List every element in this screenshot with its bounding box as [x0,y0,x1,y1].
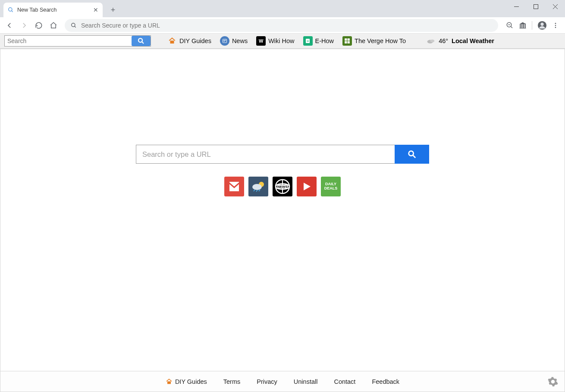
main-search-input[interactable] [136,145,395,164]
svg-rect-14 [525,23,526,28]
reload-button[interactable] [33,19,45,31]
footer-link-privacy[interactable]: Privacy [257,378,277,385]
svg-rect-28 [345,38,347,40]
svg-point-18 [540,22,543,25]
svg-point-34 [409,151,414,156]
settings-gear-icon[interactable] [547,376,559,387]
back-button[interactable] [3,19,16,31]
tile-video[interactable] [297,177,317,196]
search-icon [71,22,77,28]
omnibox-input[interactable] [81,22,492,29]
tab-title: New Tab Search [17,7,90,13]
svg-rect-24 [170,40,174,44]
main-search [136,145,429,164]
browser-toolbar [0,17,565,34]
svg-marker-49 [304,183,311,190]
menu-icon[interactable] [552,22,559,29]
ehow-icon: ≡ [303,36,313,46]
footer-link-uninstall[interactable]: Uninstall [294,378,318,385]
close-tab-icon[interactable]: ✕ [93,6,98,13]
separator [532,21,532,30]
svg-point-0 [9,8,12,11]
footer-link-label: Privacy [257,378,277,385]
footer-link-label: Terms [223,378,240,385]
svg-line-1 [12,11,13,12]
svg-line-41 [254,190,255,191]
footer-link-label: Feedback [372,378,399,385]
quick-tiles: NEWS DAILY DEALS [224,177,341,196]
footer-link-label: DIY Guides [175,378,207,385]
titlebar: New Tab Search ✕ + [0,0,565,17]
maximize-button[interactable] [526,0,546,13]
verge-icon [342,36,352,46]
svg-point-33 [430,40,434,43]
svg-line-9 [511,26,512,28]
footer-link-feedback[interactable]: Feedback [372,378,399,385]
extension-search-button[interactable] [132,36,151,46]
ext-link-label: News [232,37,248,44]
svg-line-35 [413,156,416,158]
weather-label: Local Weather [452,37,494,44]
footer-link-label: Contact [334,378,355,385]
minimize-button[interactable] [507,0,526,13]
svg-rect-37 [228,182,229,191]
tile-daily-deals[interactable]: DAILY DEALS [321,177,341,196]
ext-link-label: E-How [315,37,334,44]
footer-link-diy-guides[interactable]: DIY Guides [166,378,207,385]
svg-rect-38 [239,182,241,191]
svg-line-23 [142,42,144,44]
page-content: NEWS DAILY DEALS DIY Guides Terms Privac… [0,49,565,392]
svg-point-19 [555,23,556,24]
svg-rect-3 [534,4,538,9]
svg-rect-50 [167,381,171,384]
ext-link-diy-guides[interactable]: DIY Guides [167,36,211,46]
weather-temp: 46° [439,37,448,44]
footer: DIY Guides Terms Privacy Uninstall Conta… [0,371,565,392]
tile-news[interactable]: NEWS [273,177,292,196]
home-button[interactable] [47,19,60,31]
ext-link-wikihow[interactable]: W Wiki How [256,36,294,46]
svg-line-7 [75,26,76,27]
ext-link-verge[interactable]: The Verge How To [342,36,406,46]
browser-tab[interactable]: New Tab Search ✕ [3,3,103,17]
footer-link-label: Uninstall [294,378,318,385]
ext-link-news[interactable]: News [220,36,248,46]
svg-point-40 [252,184,262,190]
footer-link-terms[interactable]: Terms [223,378,240,385]
svg-rect-29 [348,38,350,40]
extension-search [4,35,151,47]
forward-button[interactable] [18,19,30,31]
svg-marker-16 [520,22,526,24]
search-icon [8,7,14,13]
house-icon [166,378,173,385]
ext-link-label: DIY Guides [179,37,211,44]
svg-rect-31 [348,41,350,44]
new-tab-button[interactable]: + [107,4,119,16]
ext-link-label: The Verge How To [355,37,406,44]
house-icon [167,36,177,46]
close-window-button[interactable] [546,0,565,13]
svg-point-6 [72,23,75,26]
svg-point-22 [138,38,142,42]
svg-rect-30 [345,41,347,44]
tile-gmail[interactable] [224,177,244,196]
window-controls [507,0,565,13]
extension-toolbar: DIY Guides News W Wiki How ≡ E-How The V… [0,34,565,49]
svg-rect-13 [523,24,524,28]
svg-point-20 [555,25,556,26]
main-search-button[interactable] [395,145,429,164]
toolbar-right [503,21,562,30]
extension-search-input[interactable] [5,36,132,46]
wikipedia-icon: W [256,36,266,46]
news-icon [220,36,229,46]
ext-link-label: Wiki How [268,37,294,44]
tile-weather[interactable] [248,177,268,196]
svg-line-42 [256,190,257,192]
omnibox[interactable] [65,19,498,32]
footer-link-contact[interactable]: Contact [334,378,355,385]
profile-icon[interactable] [537,21,547,30]
zoom-icon[interactable] [506,22,514,29]
weather-widget[interactable]: 46° Local Weather [427,37,494,44]
ext-link-ehow[interactable]: ≡ E-How [303,36,334,46]
library-icon[interactable] [519,22,527,29]
